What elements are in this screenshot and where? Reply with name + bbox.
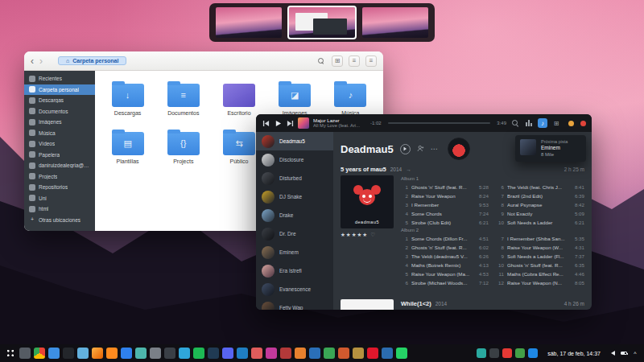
dock-app-icon[interactable] — [309, 348, 320, 359]
tray-app-icon[interactable] — [489, 348, 499, 358]
clock-date[interactable]: sáb, 17 de feb, 14:37 — [547, 351, 601, 356]
dock-app-icon[interactable] — [193, 348, 204, 359]
menu-icon[interactable]: ≡ — [365, 56, 377, 67]
sidebar-item[interactable]: daniruizdealegria@gm... — [24, 160, 95, 171]
add-person-icon[interactable] — [417, 145, 424, 154]
sidebar-item[interactable]: Vídeos — [24, 138, 95, 150]
next-track-icon[interactable] — [286, 119, 294, 127]
dock-app-icon[interactable] — [396, 348, 407, 359]
album-cover-art[interactable]: deadmau5 — [341, 175, 394, 228]
folder-item[interactable]: {} Projects — [158, 129, 209, 164]
workspace-thumbnail-2-active[interactable] — [289, 7, 355, 38]
sidebar-item[interactable]: Repositorios — [24, 182, 95, 193]
dock-app-icon[interactable] — [237, 348, 248, 359]
album-title[interactable]: 5 years of mau5 — [341, 166, 386, 173]
album-rating[interactable]: ★★★★★ ♡ — [341, 232, 394, 238]
forward-icon[interactable]: › — [39, 56, 43, 66]
sidebar-item[interactable]: Música — [24, 128, 95, 139]
tray-expand-icon[interactable]: ^ — [631, 349, 639, 357]
dock-app-icon[interactable] — [251, 348, 262, 359]
folder-item[interactable]: ◪ Imágenes — [269, 80, 320, 116]
dock-app-icon[interactable] — [179, 348, 190, 359]
dock-app-icon[interactable] — [5, 348, 16, 359]
dock-app-icon[interactable] — [382, 348, 393, 359]
next-album-section[interactable]: While(1<2) 2014 4 h 26 m — [341, 299, 584, 310]
track-row[interactable]: 2 Raise Your Weapon 8:24 — [401, 191, 489, 200]
artist-list-item[interactable]: Fetty Wap — [256, 298, 333, 310]
track-row[interactable]: 2 Ghosts 'n' Stuff (feat. R... 6:02 — [401, 243, 489, 252]
track-row[interactable]: 10 Ghosts 'n' Stuff (feat. R... 6:35 — [497, 261, 584, 269]
dock-app-icon[interactable] — [121, 348, 132, 359]
search-icon[interactable] — [510, 118, 520, 128]
dock-app-icon[interactable] — [63, 348, 74, 359]
close-button[interactable] — [580, 121, 586, 126]
sidebar-item[interactable]: Documentos — [24, 106, 95, 117]
dock-app-icon[interactable] — [48, 348, 60, 359]
dock-app-icon[interactable] — [164, 348, 175, 359]
sidebar-item[interactable]: Imágenes — [24, 117, 95, 128]
sidebar-item[interactable]: Descargas — [24, 95, 95, 106]
tray-app-icon[interactable] — [502, 348, 512, 358]
sidebar-item[interactable]: Projects — [24, 171, 95, 183]
track-row[interactable]: 11 Maths (Cobra Effect Re... 4:46 — [497, 269, 584, 278]
dock-app-icon[interactable] — [266, 348, 277, 359]
track-row[interactable]: 9 Sofi Needs a Ladder (Fl... 7:37 — [497, 252, 584, 261]
track-row[interactable]: 5 Strobe (Club Edit) 6:21 — [401, 218, 489, 227]
sidebar-item[interactable]: + Otras ubicaciones — [24, 215, 95, 226]
music-view-icon[interactable]: ♪ — [538, 118, 547, 128]
track-row[interactable]: 3 I Remember 9:53 — [401, 200, 489, 209]
sidebar-item[interactable]: Uni — [24, 193, 95, 204]
search-icon[interactable] — [315, 56, 326, 67]
track-row[interactable]: 7 Brazil (2nd Edit) 6:39 — [497, 191, 584, 200]
track-row[interactable]: 8 Raise Your Weapon (W... 4:31 — [497, 243, 584, 252]
folder-item[interactable]: ▤ Plantillas — [102, 129, 154, 164]
dock-app-icon[interactable] — [19, 348, 31, 359]
view-grid-icon[interactable]: ⊞ — [332, 56, 343, 67]
artist-list-item[interactable]: DJ Snake — [256, 187, 333, 206]
view-list-icon[interactable]: ≡ — [349, 56, 360, 67]
track-row[interactable]: 10 Sofi Needs a Ladder 6:21 — [497, 218, 584, 227]
next-album-cover[interactable] — [341, 299, 394, 310]
equalizer-icon[interactable] — [524, 118, 534, 128]
track-row[interactable]: 9 Not Exactly 5:09 — [497, 209, 584, 218]
sidebar-item[interactable]: html — [24, 204, 95, 215]
dock-app-icon[interactable] — [367, 348, 378, 359]
artist-list-item[interactable]: Disclosure — [256, 150, 333, 169]
track-row[interactable]: 4 Some Chords 7:24 — [401, 209, 489, 218]
artist-list-item[interactable]: Dr. Dre — [256, 224, 333, 243]
track-row[interactable]: 6 Strobe (Michael Woods... 7:12 — [401, 278, 489, 287]
sidebar-item[interactable]: Papelera — [24, 150, 95, 161]
breadcrumb-path-button[interactable]: ⌂ Carpeta personal — [58, 56, 126, 65]
dock-app-icon[interactable] — [280, 348, 291, 359]
volume-icon[interactable] — [609, 349, 617, 357]
workspace-thumbnail-1[interactable] — [216, 7, 282, 38]
folder-item[interactable]: ≡ Documentos — [158, 80, 209, 116]
album-arrow-icon[interactable]: → — [406, 167, 411, 172]
dock-app-icon[interactable] — [324, 348, 335, 359]
artist-list-item[interactable]: Eminem — [256, 243, 333, 261]
artist-list-item[interactable]: Disturbed — [256, 169, 333, 187]
dock-app-icon[interactable] — [150, 348, 161, 359]
folder-item[interactable]: ♪ Música — [324, 80, 376, 116]
sidebar-item[interactable]: Recientes — [24, 73, 95, 84]
artist-list-item[interactable]: Deadmau5 — [256, 132, 333, 150]
dock-app-icon[interactable] — [77, 348, 89, 359]
folder-item[interactable]: Escritorio — [213, 80, 265, 116]
folder-item[interactable]: ↓ Descargas — [102, 80, 154, 116]
artist-list-item[interactable]: Drake — [256, 206, 333, 224]
star-rating-icon[interactable]: ★★★★★ — [341, 232, 368, 238]
previous-track-icon[interactable] — [262, 119, 270, 127]
track-row[interactable]: 6 The Veldt (feat. Chris J... 8:41 — [497, 183, 584, 191]
tray-app-icon[interactable] — [515, 348, 525, 358]
dock-app-icon[interactable] — [295, 348, 306, 359]
track-row[interactable]: 1 Ghosts 'n' Stuff (feat. R... 5:28 — [401, 183, 489, 191]
track-row[interactable]: 7 I Remember (Shiba San... 5:35 — [497, 234, 584, 243]
play-artist-button[interactable] — [400, 144, 411, 154]
favorite-heart-icon[interactable]: ♡ — [370, 232, 375, 238]
seek-bar[interactable] — [388, 122, 491, 124]
dock-app-icon[interactable] — [135, 348, 147, 359]
dock-app-icon[interactable] — [106, 348, 118, 359]
dock-app-icon[interactable] — [338, 348, 349, 359]
tray-app-icon[interactable] — [528, 348, 538, 358]
track-row[interactable]: 3 The Veldt (deadmau5 V... 6:26 — [401, 252, 489, 261]
